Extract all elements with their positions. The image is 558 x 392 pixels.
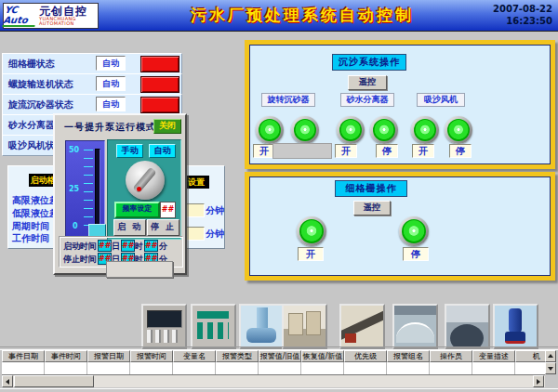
column-header: 机: [515, 350, 545, 362]
stop-button[interactable]: 停 止: [147, 219, 179, 236]
close-button[interactable]: 关闭: [153, 119, 181, 134]
setting-label-cycle-time: 周期时间: [12, 220, 49, 233]
frequency-value-field[interactable]: ##: [160, 202, 176, 218]
date-value: 2007-08-22: [469, 3, 552, 15]
column-header: 报警组名: [387, 350, 430, 362]
alarm-table-empty-row: [2, 362, 545, 375]
hmi-screen: YC Auto 元创自控 YUANCHUANG AUTOMATION 污水厂预处…: [0, 0, 558, 392]
stop-button[interactable]: 停: [403, 247, 429, 261]
fine-screen-panel: 细格栅操作 遥控 开 停: [245, 172, 555, 281]
setting-label-high-level: 高限液位差: [12, 194, 59, 207]
open-button[interactable]: 开: [335, 144, 357, 158]
table-horizontal-scrollbar[interactable]: [2, 375, 545, 387]
slider-max-label: 50: [69, 146, 79, 154]
column-header: 变量名: [173, 350, 216, 362]
run-lamp-green: [297, 216, 326, 246]
device-label-sand-water-separator: 砂水分离器: [340, 93, 394, 107]
status-mode-field: 自动: [96, 76, 126, 91]
grit-system-panel: 沉沙系统操作 遥控 旋转沉砂器 砂水分离器 吸沙风机 开 开 停 开 停: [245, 40, 555, 169]
thumbnail-control-cabinet-screen[interactable]: [141, 304, 187, 349]
alarm-indicator-red: [140, 56, 179, 72]
frequency-slider[interactable]: 50 25 0: [65, 140, 105, 238]
slider-mid-label: 25: [69, 185, 79, 193]
column-header: 变量描述: [472, 350, 515, 362]
run-lamp-green: [399, 216, 429, 246]
unit-day: 日: [112, 241, 120, 253]
open-button[interactable]: 开: [298, 247, 324, 261]
status-mode-field: 自动: [96, 97, 126, 111]
status-mode-field: 自动: [96, 56, 126, 71]
column-header: 报警值/旧值: [259, 350, 301, 362]
device-label-rotary-grit: 旋转沉砂器: [261, 93, 315, 107]
pump1-mode-dialog: 一号提升泵运行模式 关闭 50 25 0 手动 自动 频率设定 ## 启 动 停…: [53, 113, 187, 275]
alarm-table-header: 事件日期 事件时间 报警日期 报警时间 变量名 报警类型 报警值/旧值 恢复值/…: [2, 350, 545, 362]
run-lamp-green: [445, 116, 472, 144]
status-row-fine-screen: 细格栅状态 自动: [2, 53, 182, 74]
column-header: 报警日期: [87, 350, 130, 362]
arrow-right-icon: [537, 379, 540, 385]
stop-button[interactable]: 停: [376, 144, 398, 158]
page-title: 污水厂预处理系统自动控制: [158, 5, 446, 26]
arrow-down-icon: [548, 367, 553, 371]
slider-tick-marks: [84, 150, 93, 233]
unit-hour: 时: [135, 241, 143, 253]
setting-unit-minutes: 分钟: [206, 204, 224, 217]
setting-label-work-time: 工作时间: [12, 232, 49, 245]
column-header: 事件时间: [45, 350, 87, 362]
slider-handle[interactable]: [88, 224, 106, 237]
arrow-left-icon: [6, 379, 9, 385]
status-row-screw-conveyor: 螺旋输送机状态 自动: [2, 73, 182, 95]
column-header: 报警时间: [130, 350, 173, 362]
run-lamp-green: [411, 116, 439, 144]
scroll-right-button[interactable]: [533, 375, 544, 387]
thumbnail-conveyor-photo[interactable]: [339, 304, 385, 349]
thumbnail-control-cabinet-indicators[interactable]: [191, 304, 236, 349]
run-lamp-green: [337, 116, 365, 144]
setting-unit-minutes: 分钟: [206, 228, 224, 241]
scroll-left-button[interactable]: [2, 375, 13, 387]
run-lamp-green: [370, 116, 398, 144]
arrow-up-icon: [548, 354, 553, 358]
stop-button[interactable]: 停: [449, 144, 472, 158]
bottom-status-strip: [0, 388, 558, 392]
run-lamp-green: [291, 116, 319, 144]
logo-company-subtitle: YUANCHUANG AUTOMATION: [39, 17, 98, 26]
table-vertical-scrollbar[interactable]: [545, 350, 556, 374]
start-day-field[interactable]: ##: [98, 240, 112, 252]
column-header: 优先级: [344, 350, 387, 362]
title-bar: YC Auto 元创自控 YUANCHUANG AUTOMATION 污水厂预处…: [0, 0, 558, 32]
auto-mode-button[interactable]: 自动: [149, 144, 176, 158]
remote-control-button[interactable]: 遥控: [353, 201, 391, 216]
datetime-display: 2007-08-22 16:23:50: [469, 3, 552, 27]
column-header: 报警类型: [216, 350, 259, 362]
scroll-down-button[interactable]: [545, 362, 556, 374]
setting-label-low-level: 低限液位差: [12, 207, 59, 220]
start-hour-field[interactable]: ##: [121, 240, 135, 252]
blank-overlay: [272, 143, 332, 159]
start-minute-field[interactable]: ##: [144, 240, 158, 252]
dialog-title: 一号提升泵运行模式: [64, 121, 156, 134]
status-label: 旋流沉砂器状态: [8, 98, 73, 111]
column-header: 事件日期: [2, 350, 45, 362]
blank-tooltip: [106, 261, 173, 278]
thumbnail-aeration-basin-photo[interactable]: [392, 304, 438, 349]
frequency-set-button[interactable]: 频率设定: [114, 202, 160, 218]
mode-selector-knob[interactable]: [126, 161, 165, 200]
time-value: 16:23:50: [469, 15, 552, 27]
thumbnail-pump-machine[interactable]: [239, 304, 285, 349]
scrollbar-thumb[interactable]: [14, 375, 94, 387]
column-header: 恢复值/新值: [301, 350, 344, 362]
remote-control-button[interactable]: 遥控: [348, 75, 387, 90]
thumbnail-submersible-pump[interactable]: [493, 304, 538, 349]
company-logo: YC Auto 元创自控 YUANCHUANG AUTOMATION: [3, 3, 99, 29]
alarm-indicator-red: [140, 76, 179, 93]
open-button[interactable]: 开: [412, 144, 434, 158]
scroll-up-button[interactable]: [545, 350, 556, 362]
screen-panel-title: 细格栅操作: [335, 180, 407, 197]
device-label-sand-fan: 吸沙风机: [417, 93, 465, 107]
manual-mode-button[interactable]: 手动: [116, 144, 143, 158]
start-button[interactable]: 启 动: [113, 219, 146, 236]
thumbnail-site-tanks-photo[interactable]: [282, 304, 327, 349]
thumbnail-clarifier-photo[interactable]: [445, 304, 490, 349]
logo-yc-icon: YC Auto: [2, 5, 37, 27]
